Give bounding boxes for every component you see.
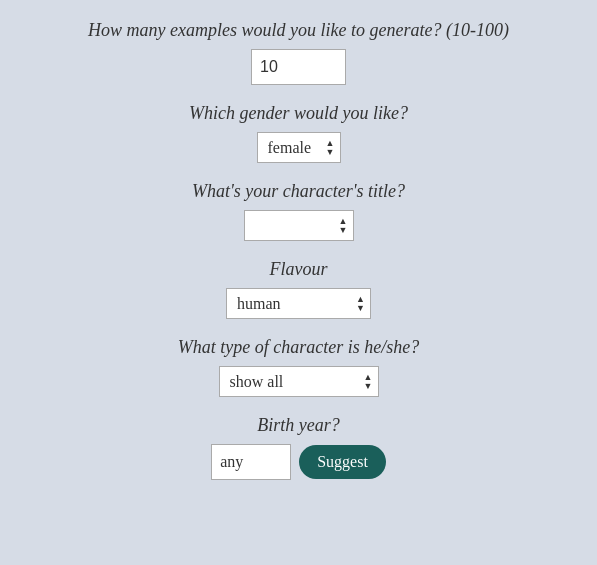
character-type-label: What type of character is he/she? [178, 337, 419, 358]
flavour-group: Flavour human elf dwarf orc halfling ▲▼ [30, 259, 567, 319]
gender-select-wrapper: female male any ▲▼ [257, 132, 341, 163]
birth-year-label: Birth year? [257, 415, 340, 436]
flavour-select-wrapper: human elf dwarf orc halfling ▲▼ [226, 288, 371, 319]
gender-group: Which gender would you like? female male… [30, 103, 567, 163]
flavour-select[interactable]: human elf dwarf orc halfling [226, 288, 371, 319]
character-type-select[interactable]: show all warrior mage rogue cleric [219, 366, 379, 397]
examples-group: How many examples would you like to gene… [30, 20, 567, 85]
birth-year-row: Suggest [211, 444, 386, 480]
character-type-select-wrapper: show all warrior mage rogue cleric ▲▼ [219, 366, 379, 397]
examples-label: How many examples would you like to gene… [88, 20, 509, 41]
examples-input[interactable] [251, 49, 346, 85]
suggest-button[interactable]: Suggest [299, 445, 386, 479]
gender-label: Which gender would you like? [189, 103, 408, 124]
title-label: What's your character's title? [192, 181, 405, 202]
birth-year-input[interactable] [211, 444, 291, 480]
title-group: What's your character's title? Mr Mrs Mi… [30, 181, 567, 241]
form-container: How many examples would you like to gene… [30, 20, 567, 498]
character-type-group: What type of character is he/she? show a… [30, 337, 567, 397]
title-select-wrapper: Mr Mrs Miss Dr Prof ▲▼ [244, 210, 354, 241]
birth-year-group: Birth year? Suggest [30, 415, 567, 480]
gender-select[interactable]: female male any [257, 132, 341, 163]
title-select[interactable]: Mr Mrs Miss Dr Prof [244, 210, 354, 241]
flavour-label: Flavour [270, 259, 328, 280]
